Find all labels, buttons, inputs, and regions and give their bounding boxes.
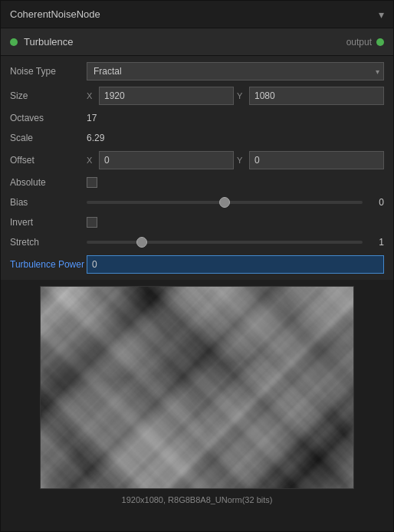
offset-xy-group: X Y [87,151,384,169]
stretch-thumb[interactable] [136,237,147,248]
node-label: Turbulence [24,36,74,48]
size-x-label: X [87,91,96,100]
turbulence-power-label: Turbulence Power [10,259,87,270]
stretch-label: Stretch [10,237,87,248]
bias-value: 0 [369,197,384,208]
stretch-slider-track[interactable] [87,236,363,248]
size-row: Size X Y [1,84,393,108]
panel: CoherentNoiseNode ▾ Turbulence output No… [0,0,394,532]
noise-type-label: Noise Type [10,66,87,77]
chevron-down-icon[interactable]: ▾ [379,8,384,21]
noise-preview-canvas [41,287,353,488]
stretch-slider-wrapper: 1 [87,236,384,248]
bias-thumb[interactable] [219,197,230,208]
octaves-row: Octaves 17 [1,108,393,128]
invert-label: Invert [10,217,87,228]
invert-checkbox[interactable] [87,217,97,228]
bias-slider-track[interactable] [87,196,363,209]
scale-row: Scale 6.29 [1,128,393,148]
scale-value: 6.29 [87,133,104,143]
size-y-label: Y [237,91,246,100]
offset-label: Offset [10,155,87,166]
absolute-checkbox[interactable] [87,177,97,188]
panel-title: CoherentNoiseNode [10,8,100,20]
octaves-value: 17 [87,113,97,123]
turbulence-power-input[interactable] [87,255,384,274]
stretch-value: 1 [369,237,384,248]
invert-row: Invert [1,212,393,232]
absolute-row: Absolute [1,172,393,192]
size-y-input[interactable] [249,87,384,105]
noise-type-dropdown-wrapper: Fractal Perlin Simplex Voronoi ▾ [87,62,384,80]
properties-panel: Noise Type Fractal Perlin Simplex Vorono… [1,56,393,280]
panel-header: CoherentNoiseNode ▾ [1,1,393,28]
output-dot[interactable] [376,38,384,46]
offset-row: Offset X Y [1,148,393,172]
output-group: output [346,37,384,48]
offset-x-input[interactable] [99,151,234,169]
preview-image [40,286,354,489]
bias-row: Bias 0 [1,192,393,212]
stretch-track-bg [87,241,363,244]
turbulence-power-row: Turbulence Power [1,252,393,277]
output-label: output [346,37,372,48]
noise-type-dropdown[interactable]: Fractal Perlin Simplex Voronoi [87,62,384,80]
noise-type-row: Noise Type Fractal Perlin Simplex Vorono… [1,59,393,84]
bias-slider-wrapper: 0 [87,196,384,209]
size-xy-group: X Y [87,87,384,105]
size-label: Size [10,90,87,101]
preview-info: 1920x1080, R8G8B8A8_UNorm(32 bits) [122,495,273,504]
offset-y-input[interactable] [249,151,384,169]
offset-x-label: X [87,156,96,165]
node-active-dot [10,38,18,46]
scale-label: Scale [10,133,87,143]
bias-label: Bias [10,197,87,208]
absolute-label: Absolute [10,177,87,188]
size-x-input[interactable] [99,87,234,105]
node-label-group: Turbulence [10,36,74,48]
stretch-row: Stretch 1 [1,232,393,252]
offset-y-label: Y [237,156,246,165]
node-header: Turbulence output [1,28,393,56]
preview-section: 1920x1080, R8G8B8A8_UNorm(32 bits) [1,280,393,531]
octaves-label: Octaves [10,113,87,123]
